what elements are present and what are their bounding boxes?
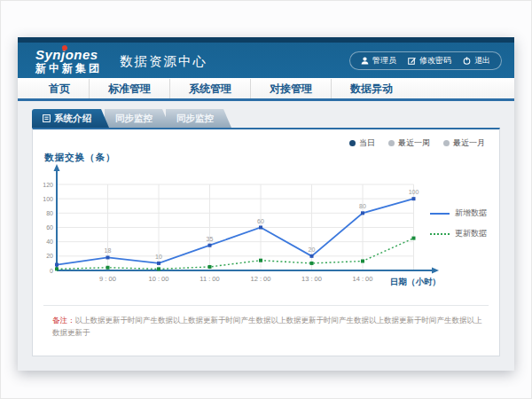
svg-text:14 : 00: 14 : 00 [353, 275, 373, 283]
svg-text:18: 18 [105, 247, 112, 254]
user-menu[interactable]: 管理员 [361, 55, 396, 66]
footnote: 备注：以上数据更新于时间产生数据以上数据更新于时间产生数据以上数据更新于时间产生… [52, 315, 487, 339]
svg-text:40: 40 [46, 239, 53, 245]
svg-text:日期（小时）: 日期（小时） [390, 277, 441, 287]
svg-text:9 : 00: 9 : 00 [99, 275, 116, 283]
logout-button[interactable]: 退出 [463, 55, 490, 66]
svg-text:60: 60 [46, 224, 53, 231]
legend-item-updated-data: 更新数据 [430, 228, 487, 239]
svg-text:80: 80 [46, 210, 53, 216]
logout-label: 退出 [474, 55, 490, 66]
line-chart: 0204060801001209 : 0010 : 0011 : 0012 : … [40, 163, 457, 296]
radio-dot-icon [388, 140, 395, 146]
app-header: Synjones 新中新集团 数据资源中心 管理员 修改密码 退出 [18, 43, 514, 78]
main-nav: 首页 标准管理 系统管理 对接管理 数据异动 [18, 78, 514, 101]
footnote-text: 以上数据更新于时间产生数据以上数据更新于时间产生数据以上数据更新于时间产生数据以… [52, 316, 482, 337]
svg-text:20: 20 [309, 246, 316, 253]
svg-text:13 : 00: 13 : 00 [301, 275, 322, 283]
logo-subtext: 新中新集团 [35, 63, 102, 74]
solid-line-swatch-icon [430, 213, 450, 215]
radio-last-month[interactable]: 最近一月 [443, 137, 485, 149]
range-filter: 当日 最近一周 最近一月 [349, 137, 485, 149]
user-icon [361, 57, 369, 65]
tab-sync-monitor-2[interactable]: 同步监控 [166, 109, 231, 128]
radio-last-week[interactable]: 最近一周 [388, 137, 430, 149]
edit-icon [408, 57, 416, 65]
change-password-button[interactable]: 修改密码 [408, 55, 451, 66]
content-area: 系统介绍 同步监控 同步监控 当日 最近一周 [18, 101, 514, 368]
change-password-label: 修改密码 [419, 55, 451, 66]
app-window: Synjones 新中新集团 数据资源中心 管理员 修改密码 退出 [18, 37, 514, 371]
chart-legend: 新增数据 更新数据 [430, 207, 487, 248]
svg-text:12 : 00: 12 : 00 [251, 275, 271, 283]
nav-item-home[interactable]: 首页 [30, 79, 90, 98]
svg-text:10: 10 [155, 254, 162, 260]
tab-label: 同步监控 [115, 113, 153, 125]
svg-text:10 : 00: 10 : 00 [149, 275, 169, 283]
screenshot-canvas: Synjones 新中新集团 数据资源中心 管理员 修改密码 退出 [0, 0, 532, 399]
svg-text:80: 80 [359, 203, 366, 209]
user-toolbar: 管理员 修改密码 退出 [349, 51, 502, 70]
dotted-line-swatch-icon [430, 233, 450, 235]
svg-text:11 : 00: 11 : 00 [200, 275, 219, 283]
radio-label: 最近一月 [453, 137, 485, 149]
page-title: 数据资源中心 [120, 53, 207, 70]
brand-logo: Synjones 新中新集团 [30, 48, 102, 74]
footnote-prefix: 备注： [52, 316, 75, 325]
tab-label: 系统介绍 [54, 113, 91, 125]
nav-item-standard-mgmt[interactable]: 标准管理 [90, 79, 170, 98]
svg-text:0: 0 [50, 268, 53, 274]
chart-panel: 当日 最近一周 最近一月 数据交换（条） 0204060801001209 : … [32, 128, 500, 356]
legend-label: 新增数据 [455, 207, 487, 219]
user-name-label: 管理员 [372, 55, 396, 66]
radio-label: 最近一周 [398, 137, 430, 149]
radio-today[interactable]: 当日 [349, 137, 375, 149]
document-icon [43, 113, 51, 124]
radio-dot-icon [443, 140, 450, 146]
tab-system-intro[interactable]: 系统介绍 [32, 109, 109, 128]
nav-item-system-mgmt[interactable]: 系统管理 [170, 79, 251, 98]
svg-text:100: 100 [409, 189, 419, 195]
tab-label: 同步监控 [176, 113, 214, 125]
svg-text:60: 60 [257, 218, 264, 224]
radio-dot-icon [349, 140, 356, 146]
y-axis-title: 数据交换（条） [44, 152, 116, 164]
tab-bar: 系统介绍 同步监控 同步监控 [32, 109, 514, 128]
logo-text: Synjones [35, 48, 102, 61]
legend-label: 更新数据 [455, 228, 487, 239]
svg-text:20: 20 [46, 253, 53, 259]
power-icon [463, 57, 471, 65]
radio-label: 当日 [359, 137, 375, 149]
tab-sync-monitor-1[interactable]: 同步监控 [105, 109, 170, 128]
svg-text:120: 120 [43, 182, 53, 188]
svg-text:35: 35 [207, 236, 214, 242]
nav-item-data-change[interactable]: 数据异动 [332, 79, 411, 98]
svg-text:100: 100 [43, 196, 53, 202]
nav-item-interface-mgmt[interactable]: 对接管理 [251, 79, 332, 98]
legend-item-new-data: 新增数据 [430, 207, 487, 219]
note-divider [43, 305, 489, 306]
